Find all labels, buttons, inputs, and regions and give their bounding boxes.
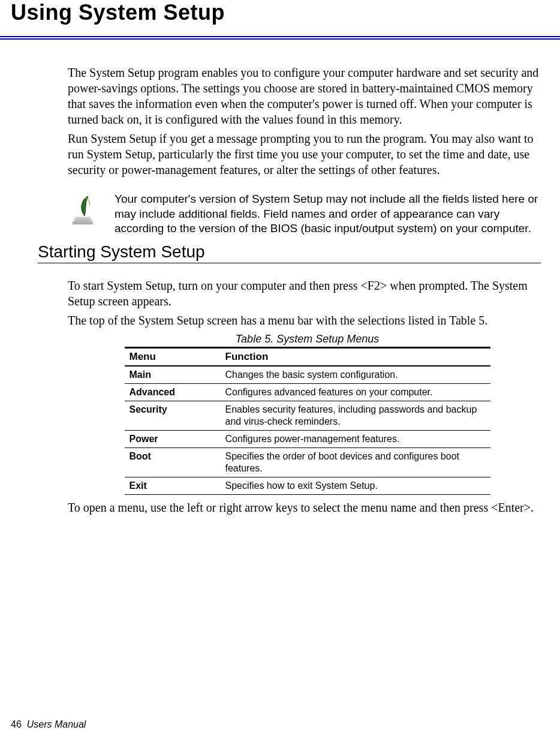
- system-setup-table: Menu Function Main Changes the basic sys…: [125, 347, 490, 495]
- main-content: The System Setup program enables you to …: [0, 40, 560, 515]
- table-cell-menu: Advanced: [125, 384, 221, 401]
- note-icon: [68, 193, 98, 232]
- table-header-function: Function: [221, 348, 490, 367]
- table-cell-function: Changes the basic system configuration.: [221, 366, 490, 384]
- table-header-menu: Menu: [125, 348, 221, 367]
- section-divider: [38, 263, 541, 263]
- intro-paragraph-1: The System Setup program enables you to …: [68, 65, 547, 127]
- table-cell-menu: Power: [125, 431, 221, 448]
- intro-paragraph-2: Run System Setup if you get a message pr…: [68, 131, 547, 178]
- table-cell-function: Specifies the order of boot devices and …: [221, 448, 490, 477]
- section-heading: Starting System Setup: [38, 242, 547, 263]
- table-header-row: Menu Function: [125, 348, 490, 367]
- table-cell-menu: Security: [125, 401, 221, 431]
- table-row: Boot Specifies the order of boot devices…: [125, 448, 490, 477]
- note-block: Your computer's version of System Setup …: [68, 192, 547, 236]
- table-row: Exit Specifies how to exit System Setup.: [125, 477, 490, 495]
- table-row: Power Configures power-management featur…: [125, 431, 490, 448]
- table-row: Security Enables security features, incl…: [125, 401, 490, 431]
- page-title: Using System Setup: [0, 0, 560, 25]
- closing-paragraph: To open a menu, use the left or right ar…: [68, 500, 547, 515]
- table-cell-menu: Main: [125, 366, 221, 384]
- section-paragraph-2: The top of the System Setup screen has a…: [68, 313, 547, 328]
- table-cell-function: Configures advanced features on your com…: [221, 384, 490, 401]
- table-caption: Table 5. System Setup Menus: [68, 333, 547, 346]
- table-row: Advanced Configures advanced features on…: [125, 384, 490, 401]
- page-footer: 46 Users Manual: [11, 719, 86, 730]
- footer-label: Users Manual: [27, 719, 86, 729]
- table-cell-menu: Boot: [125, 448, 221, 477]
- section-paragraph-1: To start System Setup, turn on your comp…: [68, 278, 547, 309]
- table-row: Main Changes the basic system configurat…: [125, 366, 490, 384]
- table-cell-menu: Exit: [125, 477, 221, 495]
- table-cell-function: Configures power-management features.: [221, 431, 490, 448]
- table-cell-function: Specifies how to exit System Setup.: [221, 477, 490, 495]
- page-number: 46: [11, 719, 22, 729]
- note-text: Your computer's version of System Setup …: [115, 192, 547, 236]
- table-cell-function: Enables security features, including pas…: [221, 401, 490, 431]
